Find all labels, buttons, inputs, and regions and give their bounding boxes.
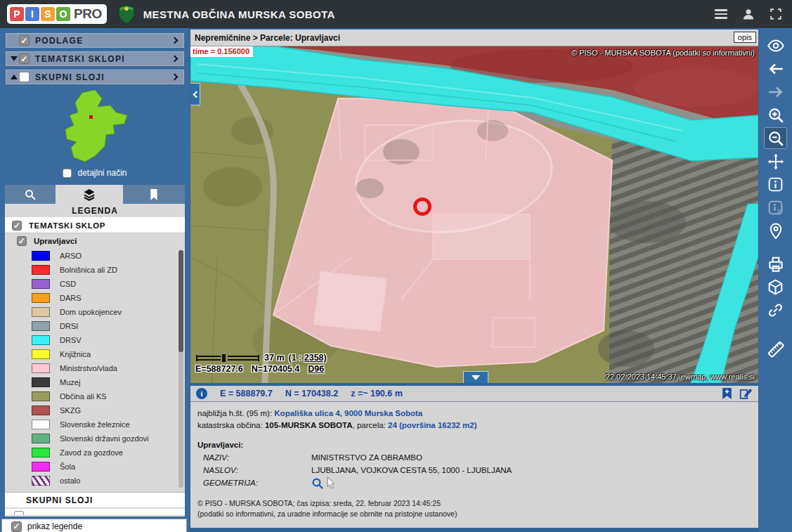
legend-item: Dom upokojencev [32, 305, 185, 319]
show-legend-checkbox[interactable]: ✓ [11, 521, 22, 532]
legend-swatch-hatched [32, 476, 50, 486]
page-title: MESTNA OBČINA MURSKA SOBOTA [143, 8, 335, 20]
legend-group-label: TEMATSKI SKLOP [29, 221, 105, 230]
legend-swatch [32, 434, 50, 443]
legend-subgroup-upravljavci[interactable]: ✓ Upravljavci [5, 233, 185, 249]
chevron-down-icon [472, 375, 480, 380]
legend-group-skupni-sloji[interactable]: SKUPNI SLOJI [5, 492, 185, 507]
legend-group-checkbox[interactable]: ✓ [12, 221, 22, 231]
legend-item: ARSO [32, 249, 185, 263]
info-panel-body: najbližja h.št. (95 m): Kopališka ulica … [190, 402, 758, 520]
selected-elevation: z =~ 190.6 m [351, 389, 403, 398]
info-panel-collapse-button[interactable] [463, 371, 488, 383]
opis-button[interactable]: opis [734, 32, 756, 43]
zoom-out-tool-active[interactable] [764, 127, 787, 149]
scale-ratio[interactable]: 2358 [304, 353, 324, 363]
menu-icon[interactable] [715, 7, 727, 21]
legend-scrollbar-thumb[interactable] [178, 250, 183, 352]
user-icon[interactable] [741, 7, 755, 21]
scale-block: 37 m (1 : 2358) E=588727.6 N=170405.4 D9… [195, 353, 327, 374]
sidebar-tabs [5, 185, 185, 204]
info-group-icon: g [767, 199, 784, 216]
podlage-checkbox[interactable]: ✓ [19, 35, 30, 46]
legend-subgroup-checkbox[interactable]: ✓ [17, 236, 27, 246]
tab-layers[interactable] [56, 185, 123, 204]
fullscreen-icon[interactable] [770, 8, 782, 20]
municipality-outline [65, 90, 127, 162]
legend-cut-row [5, 509, 185, 515]
legend-item: Ministrstvo/vlada [32, 361, 185, 375]
chevron-left-icon [193, 91, 200, 98]
datum-link[interactable]: D96 [308, 364, 324, 374]
pan-arrows-icon [767, 153, 785, 171]
arrow-left-icon [767, 60, 785, 78]
detail-mode-checkbox[interactable]: ✓ [63, 169, 72, 178]
info-icon [767, 176, 784, 193]
chevron-right-icon [171, 56, 178, 63]
zoom-in-tool[interactable] [763, 103, 788, 126]
tematski-sklopi-checkbox[interactable]: ✓ [19, 53, 30, 64]
identify-tool[interactable] [763, 173, 788, 196]
legend-swatch [32, 462, 50, 472]
pan-tool[interactable] [763, 150, 788, 173]
layers-icon [82, 188, 96, 202]
municipality-overview-map[interactable] [0, 88, 190, 167]
legend-items: ARSO Bolnišnica ali ZD CSD DARS Dom upok… [5, 249, 185, 488]
svg-text:g: g [777, 207, 781, 214]
logo-letter-s: S [41, 7, 55, 21]
zoom-to-geometry-icon[interactable] [311, 477, 324, 490]
expand-arrow-icon[interactable] [11, 74, 18, 79]
sidebar-panel-tematski-sklopi[interactable]: ✓ TEMATSKI SKLOPI [6, 51, 184, 66]
tab-bookmarks[interactable] [123, 185, 185, 204]
collapse-arrow-icon[interactable] [11, 56, 18, 61]
legend-item: Muzej [32, 375, 185, 389]
legend-item: Knjižnica [32, 347, 185, 361]
legend-item: Zavod za gozdove [32, 446, 185, 460]
legend-swatch [32, 349, 50, 359]
nearest-address-link[interactable]: Kopališka ulica 4, 9000 Murska Sobota [274, 409, 422, 417]
current-view-marker [89, 115, 93, 119]
attribute-table: Upravljavci: NAZIV: MINISTRSTVO ZA OBRAM… [197, 439, 751, 491]
visibility-tool[interactable] [763, 34, 788, 57]
sidebar-collapse-handle[interactable] [190, 83, 200, 105]
legend-scrollbar[interactable] [178, 250, 183, 488]
legend-subgroup-label: Upravljavci [34, 237, 77, 245]
info-panel: i E = 588879.7 N = 170438.2 z =~ 190.6 m… [190, 386, 758, 528]
scale-bar [195, 353, 260, 363]
print-tool[interactable] [763, 252, 788, 275]
field-label-geometrija: GEOMETRIJA: [197, 477, 311, 490]
save-bookmark-icon[interactable] [722, 387, 732, 400]
3d-view-tool[interactable] [763, 275, 788, 299]
tab-search[interactable] [5, 185, 56, 204]
piso-logo[interactable]: P I S O PRO [7, 4, 107, 24]
previous-view-tool[interactable] [763, 57, 788, 80]
sidebar: ✓ PODLAGE ✓ TEMATSKI SKLOPI ✓ SKUPNI SLO… [0, 28, 190, 532]
chevron-right-icon [171, 74, 178, 81]
locate-tool[interactable] [763, 219, 788, 242]
bookmark-icon [148, 188, 160, 201]
ruler-icon [766, 339, 786, 359]
report-edit-icon[interactable] [739, 387, 753, 400]
measure-tool[interactable] [763, 337, 788, 361]
skupni-sloji-checkbox[interactable]: ✓ [19, 72, 30, 82]
field-value-naslov: LJUBLJANA, VOJKOVA CESTA 55, 1000 - LJUB… [311, 465, 751, 476]
printer-icon [767, 255, 785, 273]
parcel-link[interactable]: 24 (površina 16232 m2) [388, 421, 477, 429]
map-image [190, 46, 758, 383]
legend-item: Slovenske železnice [32, 417, 185, 432]
location-pin-icon [767, 222, 784, 240]
cut-checkbox[interactable] [14, 511, 24, 515]
share-link-tool[interactable] [763, 299, 788, 322]
sidebar-panel-skupni-sloji[interactable]: ✓ SKUPNI SLOJI [6, 70, 184, 84]
show-legend-label: prikaz legende [27, 521, 82, 531]
building-outline [433, 214, 530, 259]
search-icon [24, 188, 37, 201]
sidebar-panel-podlage[interactable]: ✓ PODLAGE [6, 33, 184, 48]
map-canvas[interactable]: time = 0.156000 © PISO - MURSKA SOBOTA (… [190, 46, 758, 383]
legend-group-tematski-sklop[interactable]: ✓ TEMATSKI SKLOP [5, 219, 185, 233]
legend-swatch [32, 448, 50, 458]
legend-swatch [32, 265, 50, 275]
legend-swatch [32, 391, 50, 401]
show-legend-row[interactable]: ✓ prikaz legende [1, 519, 187, 532]
selected-northing: N = 170438.2 [285, 389, 338, 398]
